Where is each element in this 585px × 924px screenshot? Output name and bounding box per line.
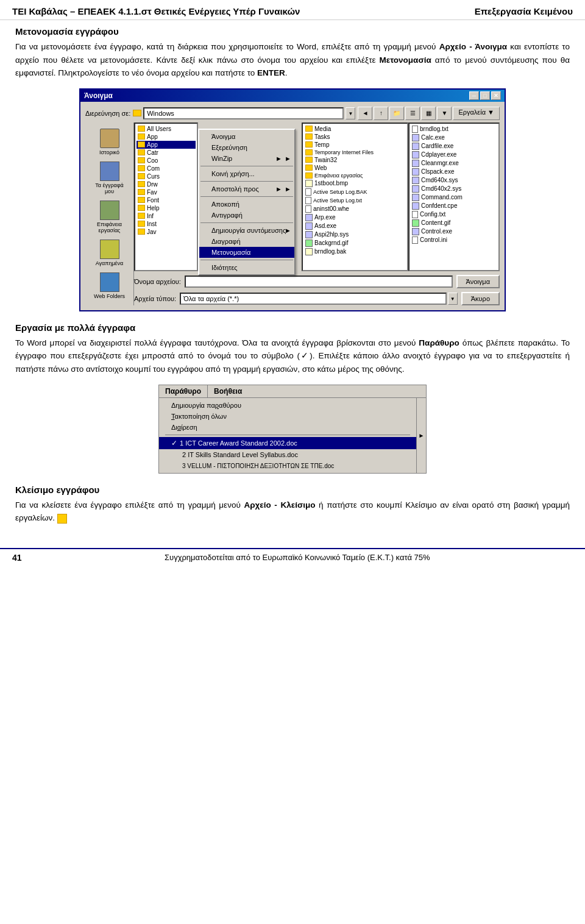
tree-item-com[interactable]: Com [136,165,196,172]
file-brndlog-txt[interactable]: brndlog.txt [411,125,497,133]
tree-item-allusers[interactable]: All Users [136,125,196,133]
file-tif[interactable]: Temporary Internet Files [304,149,406,156]
menu-item-explore[interactable]: Εξερεύνηση [199,142,294,153]
menu-item-copy[interactable]: Αντιγραφή [199,210,294,221]
menu-item-shortcut[interactable]: Δημιουργία συντόμευσης [199,225,294,236]
tree-item-curs[interactable]: Curs [136,172,196,180]
menu-file1[interactable]: ✓ 1 ICT Career Award Standard 2002.doc [159,437,416,449]
icon-web-folders[interactable]: Web Folders [88,270,131,302]
tree-item-fav[interactable]: Fav [136,188,196,196]
tree-item-app2[interactable]: App [136,141,196,149]
file-control-exe[interactable]: Control.exe [411,227,497,236]
address-input[interactable] [143,107,344,119]
menu-file2[interactable]: 2 IT Skills Standard Level Syllabus.doc [159,449,416,460]
views-btn[interactable]: ▦ [421,107,436,120]
tree-item-app1[interactable]: App [136,133,196,141]
icon-history[interactable]: Ιστορικό [88,126,131,158]
section3-para1: Για να κλείσετε ένα έγγραφο επιλέξτε από… [15,499,570,525]
menu-create-window[interactable]: Δημιουργία παραθύρου [159,400,416,411]
file-cmd640x[interactable]: Cmd640x.sys [411,176,497,185]
section3: Κλείσιμο εγγράφου Για να κλείσετε ένα έγ… [15,485,570,525]
menu-item-open[interactable]: Άνοιγμα [199,131,294,142]
menu-split[interactable]: Διαίρεση [159,422,416,433]
maximize-button[interactable]: □ [480,91,490,100]
menu-item-cut[interactable]: Αποκοπή [199,199,294,210]
back-btn[interactable]: ◄ [358,107,372,120]
address-dropdown-btn[interactable]: ▼ [346,107,355,119]
icon-favorites[interactable]: Αγαπημένα [88,237,131,269]
file-cdplayer[interactable]: Cdplayer.exe [411,151,497,159]
file-cleanmgr[interactable]: Cleanmgr.exe [411,159,497,168]
file-media[interactable]: Media [304,125,406,133]
file-backgrnd[interactable]: Backgrnd.gif [304,239,406,247]
tree-item-catr[interactable]: Catr [136,149,196,157]
dialog-main-area: Ιστορικό Τα έγγραφά μου Επιφάνεια εργασί… [85,123,500,305]
view-btn[interactable]: ☰ [405,107,420,120]
menu-window[interactable]: Παράθυρο [159,385,208,397]
img-icon [412,219,419,227]
file-cardfile[interactable]: Cardfile.exe [411,142,497,151]
tree-item-inst[interactable]: Inst [136,220,196,228]
cancel-btn[interactable]: Άκυρο [461,292,500,305]
menu-item-send[interactable]: Αποστολή προς ► [199,183,294,194]
menu-file3[interactable]: 3 VELLUM - ΠΙΣΤΟΠΟΙΗΣΗ ΔΕΞΙΟΤΗΤΩΝ ΣΕ ΤΠΕ… [159,460,416,471]
exe-icon [412,168,419,176]
close-button[interactable]: ✕ [491,91,501,100]
filetype-dropdown-btn[interactable]: ▼ [448,293,458,305]
file-asl-txt[interactable]: Active Setup Log.txt [304,196,406,205]
menu-help[interactable]: Βοήθεια [208,385,248,397]
file-calc[interactable]: Calc.exe [411,133,497,142]
minimize-button[interactable]: ─ [469,91,479,100]
web-folders-icon [100,272,119,292]
file-desktop[interactable]: Επιφάνεια εργασίας [304,172,406,179]
file-twain[interactable]: Twain32 [304,156,406,164]
filetype-input[interactable] [180,293,447,305]
file-command-com[interactable]: Command.com [411,193,497,202]
menu-item-share[interactable]: Κοινή χρήση... [199,168,294,179]
file-asl-bak[interactable]: Active Setup Log.BAK [304,188,406,196]
file-control-ini[interactable]: Control.ini [411,236,497,244]
file-1stboot[interactable]: 1stboot.bmp [304,179,406,188]
txt-icon [412,211,418,218]
file-asd[interactable]: Asd.exe [304,222,406,230]
menu-item-rename[interactable]: Μετονομασία [199,247,294,258]
file-confdent[interactable]: Confdent.cpe [411,202,497,210]
txt-icon [412,126,418,133]
file-content-gif[interactable]: Content.gif [411,219,497,227]
tree-item-jav[interactable]: Jav [136,228,196,236]
page-footer: 41 Συγχρηματοδοτείται από το Ευρωπαϊκό Κ… [0,548,585,566]
tools-btn[interactable]: Εργαλεία ▼ [453,107,500,120]
mid-area: Άνοιγμα Εξερεύνηση WinZip ► Κοινή χρήση.… [198,123,408,271]
dialog-title: Άνοιγμα [84,91,113,100]
title-right: Επεξεργασία Κειμένου [475,6,573,16]
new-folder-btn[interactable]: 📁 [389,107,404,120]
views-dd-btn[interactable]: ▼ [437,107,452,120]
file-clspack[interactable]: Clspack.exe [411,168,497,176]
tree-item-help[interactable]: Help [136,204,196,212]
open-btn[interactable]: Άνοιγμα [456,275,500,288]
up-btn[interactable]: ↑ [374,107,388,120]
filename-input[interactable] [185,275,453,288]
menu-item-properties[interactable]: Ιδιότητες [199,262,294,273]
menu-arrange-all[interactable]: Τακτοποίηση όλων [159,411,416,422]
file-arp[interactable]: Arp.exe [304,213,406,222]
file-web[interactable]: Web [304,164,406,172]
icon-desktop[interactable]: Επιφάνεια εργασίας [88,198,131,236]
file-config-txt[interactable]: Config.txt [411,210,497,219]
dialog-toolbar: ◄ ↑ 📁 ☰ ▦ ▼ Εργαλεία ▼ [358,107,500,120]
scrollbar-right[interactable]: ► [417,398,427,474]
file-cmd640x2[interactable]: Cmd640x2.sys [411,185,497,193]
tree-item-font[interactable]: Font [136,196,196,204]
menu-item-delete[interactable]: Διαγραφή [199,236,294,247]
tree-item-drw[interactable]: Drw [136,180,196,188]
file-aninst[interactable]: aninst00.whe [304,205,406,213]
menu-item-winzip[interactable]: WinZip ► [199,153,294,164]
exe-icon [412,185,419,193]
icon-my-docs[interactable]: Τα έγγραφά μου [88,159,131,197]
tree-item-coo[interactable]: Coo [136,157,196,165]
tree-item-inf[interactable]: Inf [136,212,196,220]
file-tasks[interactable]: Tasks [304,133,406,141]
file-brndlog-bak[interactable]: brndlog.bak [304,247,406,256]
file-temp[interactable]: Temp [304,141,406,149]
file-aspi[interactable]: Aspi2hlp.sys [304,230,406,239]
